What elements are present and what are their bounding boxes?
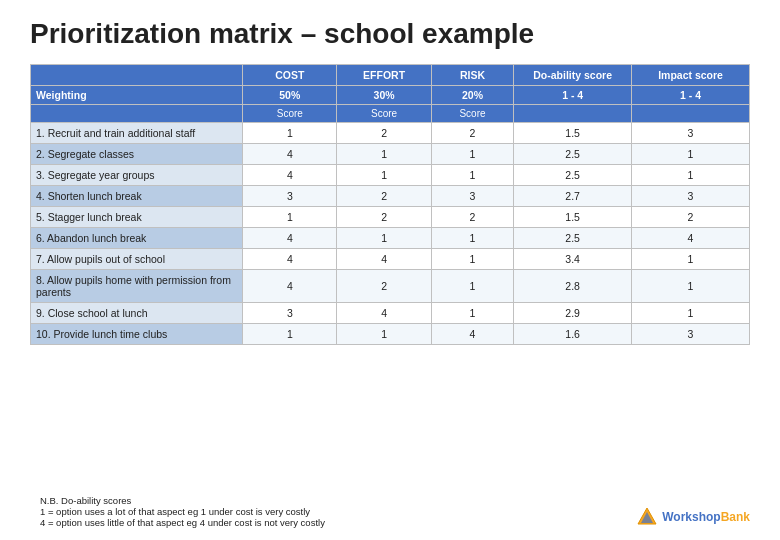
cell-cost: 4 bbox=[243, 228, 337, 249]
notes-line2: 1 = option uses a lot of that aspect eg … bbox=[40, 506, 325, 517]
logo-bank: Bank bbox=[721, 510, 750, 524]
cell-risk: 4 bbox=[431, 324, 514, 345]
cell-impact: 1 bbox=[632, 249, 750, 270]
table-row: 1. Recruit and train additional staff122… bbox=[31, 123, 750, 144]
cell-doability: 2.5 bbox=[514, 228, 632, 249]
header-row-weighting: Weighting 50% 30% 20% 1 - 4 1 - 4 bbox=[31, 86, 750, 105]
table-row: 4. Shorten lunch break3232.73 bbox=[31, 186, 750, 207]
weighting-label: Weighting bbox=[31, 86, 243, 105]
cell-impact: 4 bbox=[632, 228, 750, 249]
score-label-impact bbox=[632, 105, 750, 123]
notes-section: N.B. Do-ability scores 1 = option uses a… bbox=[30, 495, 325, 528]
logo-text: WorkshopBank bbox=[662, 510, 750, 524]
cell-risk: 1 bbox=[431, 228, 514, 249]
header-row-score: Score Score Score bbox=[31, 105, 750, 123]
cell-effort: 4 bbox=[337, 249, 431, 270]
col-header-impact: Impact score bbox=[632, 65, 750, 86]
table-row: 8. Allow pupils home with permission fro… bbox=[31, 270, 750, 303]
cell-doability: 1.5 bbox=[514, 207, 632, 228]
score-label-effort: Score bbox=[337, 105, 431, 123]
cell-impact: 2 bbox=[632, 207, 750, 228]
cell-doability: 2.9 bbox=[514, 303, 632, 324]
cell-impact: 3 bbox=[632, 186, 750, 207]
row-label: 4. Shorten lunch break bbox=[31, 186, 243, 207]
row-label: 9. Close school at lunch bbox=[31, 303, 243, 324]
cell-risk: 1 bbox=[431, 249, 514, 270]
cell-effort: 2 bbox=[337, 123, 431, 144]
table-row: 3. Segregate year groups4112.51 bbox=[31, 165, 750, 186]
cell-impact: 3 bbox=[632, 123, 750, 144]
cell-cost: 1 bbox=[243, 324, 337, 345]
row-label: 10. Provide lunch time clubs bbox=[31, 324, 243, 345]
cell-doability: 1.6 bbox=[514, 324, 632, 345]
cell-risk: 3 bbox=[431, 186, 514, 207]
table-row: 9. Close school at lunch3412.91 bbox=[31, 303, 750, 324]
cell-effort: 1 bbox=[337, 144, 431, 165]
cell-effort: 1 bbox=[337, 324, 431, 345]
cell-doability: 2.8 bbox=[514, 270, 632, 303]
cell-cost: 4 bbox=[243, 270, 337, 303]
table-body: 1. Recruit and train additional staff122… bbox=[31, 123, 750, 345]
weighting-doability: 1 - 4 bbox=[514, 86, 632, 105]
cell-risk: 2 bbox=[431, 207, 514, 228]
cell-effort: 2 bbox=[337, 270, 431, 303]
col-header-label bbox=[31, 65, 243, 86]
cell-doability: 2.5 bbox=[514, 144, 632, 165]
table-container: COST EFFORT RISK Do-ability score Impact… bbox=[30, 64, 750, 483]
cell-effort: 2 bbox=[337, 207, 431, 228]
score-label-doability bbox=[514, 105, 632, 123]
row-label: 2. Segregate classes bbox=[31, 144, 243, 165]
cell-risk: 1 bbox=[431, 144, 514, 165]
row-label: 6. Abandon lunch break bbox=[31, 228, 243, 249]
cell-risk: 2 bbox=[431, 123, 514, 144]
cell-risk: 1 bbox=[431, 165, 514, 186]
cell-cost: 1 bbox=[243, 207, 337, 228]
table-row: 5. Stagger lunch break1221.52 bbox=[31, 207, 750, 228]
row-label: 8. Allow pupils home with permission fro… bbox=[31, 270, 243, 303]
score-label-risk: Score bbox=[431, 105, 514, 123]
cell-doability: 3.4 bbox=[514, 249, 632, 270]
weighting-risk: 20% bbox=[431, 86, 514, 105]
notes-line3: 4 = option uses little of that aspect eg… bbox=[40, 517, 325, 528]
cell-impact: 1 bbox=[632, 165, 750, 186]
table-row: 2. Segregate classes4112.51 bbox=[31, 144, 750, 165]
weighting-cost: 50% bbox=[243, 86, 337, 105]
cell-cost: 1 bbox=[243, 123, 337, 144]
col-header-cost: COST bbox=[243, 65, 337, 86]
cell-impact: 1 bbox=[632, 144, 750, 165]
cell-impact: 1 bbox=[632, 270, 750, 303]
logo-icon bbox=[636, 506, 658, 528]
table-row: 6. Abandon lunch break4112.54 bbox=[31, 228, 750, 249]
footer-row: N.B. Do-ability scores 1 = option uses a… bbox=[30, 487, 750, 528]
row-label: 7. Allow pupils out of school bbox=[31, 249, 243, 270]
prioritization-table: COST EFFORT RISK Do-ability score Impact… bbox=[30, 64, 750, 345]
cell-doability: 2.5 bbox=[514, 165, 632, 186]
cell-impact: 3 bbox=[632, 324, 750, 345]
row-label: 3. Segregate year groups bbox=[31, 165, 243, 186]
cell-doability: 2.7 bbox=[514, 186, 632, 207]
score-label-cost: Score bbox=[243, 105, 337, 123]
cell-cost: 3 bbox=[243, 186, 337, 207]
cell-effort: 1 bbox=[337, 228, 431, 249]
cell-cost: 4 bbox=[243, 249, 337, 270]
cell-risk: 1 bbox=[431, 303, 514, 324]
notes-line1: N.B. Do-ability scores bbox=[40, 495, 325, 506]
weighting-effort: 30% bbox=[337, 86, 431, 105]
row-label: 1. Recruit and train additional staff bbox=[31, 123, 243, 144]
row-label: 5. Stagger lunch break bbox=[31, 207, 243, 228]
page-title: Prioritization matrix – school example bbox=[30, 18, 750, 50]
cell-effort: 2 bbox=[337, 186, 431, 207]
cell-impact: 1 bbox=[632, 303, 750, 324]
col-header-risk: RISK bbox=[431, 65, 514, 86]
cell-effort: 1 bbox=[337, 165, 431, 186]
page: Prioritization matrix – school example C… bbox=[0, 0, 780, 540]
cell-cost: 4 bbox=[243, 144, 337, 165]
table-row: 10. Provide lunch time clubs1141.63 bbox=[31, 324, 750, 345]
cell-cost: 4 bbox=[243, 165, 337, 186]
cell-risk: 1 bbox=[431, 270, 514, 303]
workshop-bank-logo: WorkshopBank bbox=[636, 506, 750, 528]
weighting-impact: 1 - 4 bbox=[632, 86, 750, 105]
logo-workshop: Workshop bbox=[662, 510, 720, 524]
header-row-columns: COST EFFORT RISK Do-ability score Impact… bbox=[31, 65, 750, 86]
col-header-doability: Do-ability score bbox=[514, 65, 632, 86]
